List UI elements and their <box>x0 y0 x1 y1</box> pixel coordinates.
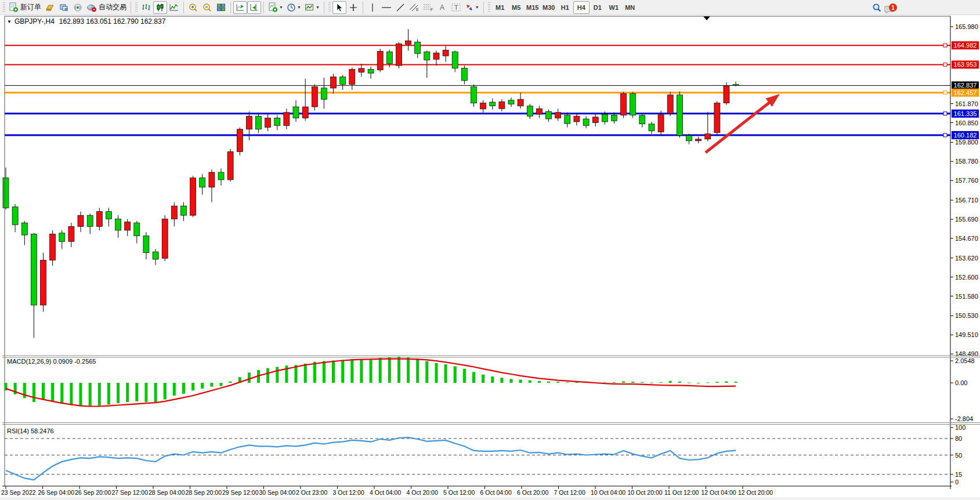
cursor-tool-button[interactable] <box>332 1 346 14</box>
horizontal-line-icon <box>381 3 392 12</box>
toolbar-grip[interactable] <box>328 2 331 13</box>
tab-timeframe-M5[interactable]: M5 <box>508 1 525 14</box>
fibonacci-tool-button[interactable]: F <box>421 1 435 14</box>
svg-text:4 Oct 04:00: 4 Oct 04:00 <box>370 489 401 496</box>
indicators-button[interactable]: ▼ <box>266 1 285 14</box>
svg-text:157.760: 157.760 <box>955 177 978 184</box>
arrows-tool-button[interactable]: ▼ <box>463 1 481 14</box>
svg-text:151.580: 151.580 <box>955 293 978 300</box>
bar-chart-button[interactable] <box>139 1 153 14</box>
svg-text:149.510: 149.510 <box>955 331 978 338</box>
zoom-out-icon <box>202 3 212 12</box>
new-order-button[interactable]: 新订单 <box>7 1 43 14</box>
toolbar-separator <box>131 2 131 13</box>
data-window-button[interactable] <box>57 1 71 14</box>
templates-button[interactable]: ▼ <box>303 1 321 14</box>
chart-canvas[interactable]: 165.980161.870160.850159.800158.780157.7… <box>0 15 980 500</box>
horizontal-line-tool-button[interactable] <box>379 1 393 14</box>
svg-text:158.780: 158.780 <box>955 158 978 165</box>
svg-text:E: E <box>416 8 419 12</box>
text-label-icon: T <box>451 3 461 12</box>
chart-symbol-period: GBPJPY-,H4 <box>15 17 55 26</box>
crosshair-tool-button[interactable] <box>346 1 360 14</box>
svg-text:50: 50 <box>955 452 962 459</box>
trendline-tool-button[interactable] <box>393 1 407 14</box>
tab-timeframe-M30[interactable]: M30 <box>541 1 557 14</box>
chart-window: ▼ GBPJPY-,H4 162.893 163.051 162.790 162… <box>0 15 980 500</box>
tile-windows-button[interactable] <box>214 1 228 14</box>
periods-button[interactable]: ▼ <box>285 1 303 14</box>
zoom-out-button[interactable] <box>200 1 214 14</box>
toolbar-grip[interactable] <box>135 2 138 13</box>
toolbar-grip[interactable] <box>3 2 5 13</box>
svg-text:161.335: 161.335 <box>954 110 977 117</box>
tab-timeframe-D1[interactable]: D1 <box>590 1 606 14</box>
indicators-icon <box>268 2 278 12</box>
candlestick-chart-icon <box>156 3 165 12</box>
text-icon: A <box>438 3 446 12</box>
tab-timeframe-MN[interactable]: MN <box>622 1 638 14</box>
svg-text:5 Oct 12:00: 5 Oct 12:00 <box>443 489 475 496</box>
chart-ohlc-values: 162.893 163.051 162.790 162.837 <box>59 17 166 26</box>
toolbar-separator <box>483 2 484 13</box>
svg-text:80: 80 <box>955 435 962 442</box>
zoom-in-button[interactable] <box>186 1 200 14</box>
data-window-icon <box>59 3 68 12</box>
equidistant-channel-tool-button[interactable]: E <box>407 1 421 14</box>
tab-timeframe-M15[interactable]: M15 <box>525 1 541 14</box>
text-label-tool-button[interactable]: T <box>449 1 463 14</box>
notifications-button[interactable]: 1 <box>884 2 898 13</box>
svg-text:0: 0 <box>955 479 959 485</box>
tab-timeframe-M1[interactable]: M1 <box>492 1 508 14</box>
auto-scroll-button[interactable] <box>233 1 247 14</box>
svg-text:100: 100 <box>955 424 965 431</box>
text-tool-button[interactable]: A <box>435 1 449 14</box>
svg-text:15: 15 <box>955 471 962 478</box>
auto-trading-button[interactable]: 自动交易 <box>85 1 128 14</box>
search-button[interactable] <box>870 1 884 14</box>
svg-text:T: T <box>454 4 458 11</box>
svg-text:12 Oct 04:00: 12 Oct 04:00 <box>701 489 736 496</box>
vertical-line-tool-button[interactable] <box>366 1 379 14</box>
one-click-collapse-icon[interactable]: ▼ <box>7 19 12 24</box>
svg-text:A: A <box>440 3 444 12</box>
svg-text:28 Sep 04:00: 28 Sep 04:00 <box>149 489 185 496</box>
toolbar-separator <box>363 2 363 13</box>
tile-windows-icon <box>216 3 226 12</box>
cursor-icon <box>335 3 343 12</box>
tab-timeframe-H1[interactable]: H1 <box>557 1 573 14</box>
svg-text:26 Sep 20:00: 26 Sep 20:00 <box>75 489 111 496</box>
chart-shift-button[interactable] <box>247 1 261 14</box>
svg-text:164.982: 164.982 <box>954 42 977 49</box>
new-order-label: 新订单 <box>20 2 41 12</box>
tab-timeframe-H4[interactable]: H4 <box>573 1 590 14</box>
svg-text:165.980: 165.980 <box>955 23 978 30</box>
svg-text:161.870: 161.870 <box>955 100 978 107</box>
crosshair-icon <box>349 3 358 12</box>
fibonacci-icon: F <box>423 3 433 12</box>
signals-icon <box>73 3 82 12</box>
svg-text:29 Sep 12:00: 29 Sep 12:00 <box>222 489 259 496</box>
svg-text:4 Oct 20:00: 4 Oct 20:00 <box>407 489 438 496</box>
chart-title: ▼ GBPJPY-,H4 162.893 163.051 162.790 162… <box>7 17 165 26</box>
candlestick-chart-button[interactable] <box>153 1 167 14</box>
macd-label: MACD(12,26,9) 0.0909 -0.2565 <box>7 358 96 365</box>
toolbar-grip[interactable] <box>488 2 490 13</box>
svg-text:F: F <box>431 8 433 12</box>
new-order-icon <box>9 2 19 12</box>
market-watch-icon <box>45 3 55 12</box>
tab-timeframe-W1[interactable]: W1 <box>606 1 622 14</box>
svg-text:10 Oct 20:00: 10 Oct 20:00 <box>628 489 663 496</box>
signals-button[interactable] <box>71 1 85 14</box>
svg-text:10 Oct 04:00: 10 Oct 04:00 <box>591 489 625 496</box>
auto-scroll-icon <box>236 3 245 12</box>
line-chart-button[interactable] <box>167 1 181 14</box>
chevron-down-icon: ▼ <box>316 5 320 9</box>
market-watch-button[interactable] <box>43 1 57 14</box>
main-toolbar: 新订单 自动交易 <box>0 0 980 15</box>
bar-chart-icon <box>142 3 151 12</box>
svg-text:160.850: 160.850 <box>955 119 978 126</box>
toolbar-separator <box>183 2 184 13</box>
vertical-line-icon <box>368 3 377 12</box>
svg-text:159.800: 159.800 <box>955 139 978 146</box>
